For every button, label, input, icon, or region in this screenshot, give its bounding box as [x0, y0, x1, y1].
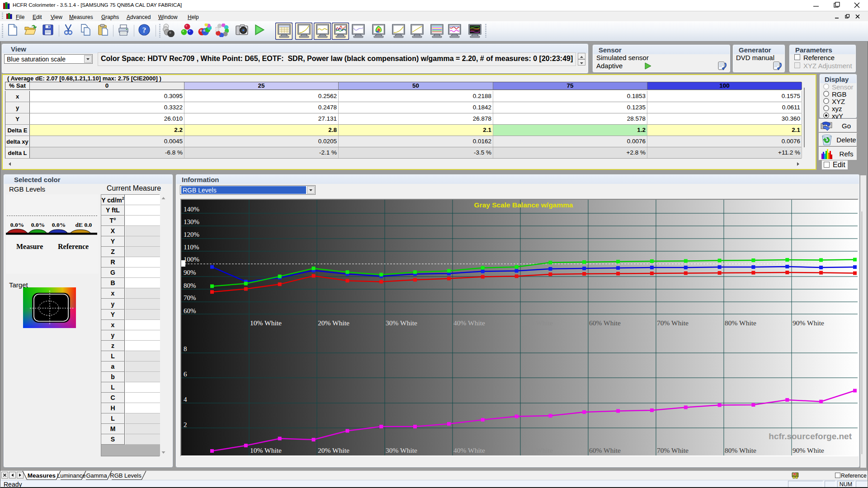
svg-text:?: ?: [142, 26, 146, 34]
svg-text:Gray Scale Balance w/gamma: Gray Scale Balance w/gamma: [474, 201, 573, 209]
svg-text:6: 6: [184, 371, 187, 378]
svg-text:80%: 80%: [184, 282, 196, 289]
svg-text:90% White: 90% White: [793, 319, 824, 327]
svg-text:40% White: 40% White: [453, 446, 485, 454]
svg-text:2: 2: [184, 421, 187, 428]
svg-text:120%: 120%: [184, 231, 199, 238]
svg-text:hcfr.sourceforge.net: hcfr.sourceforge.net: [769, 432, 852, 441]
svg-text:70% White: 70% White: [657, 319, 689, 327]
svg-text:90%: 90%: [184, 269, 196, 276]
svg-text:110%: 110%: [184, 244, 199, 251]
svg-text:20% White: 20% White: [318, 446, 349, 454]
svg-text:8: 8: [184, 345, 187, 352]
svg-text:dE 0.0: dE 0.0: [75, 222, 92, 228]
svg-text:100%: 100%: [184, 256, 199, 263]
svg-text:10% White: 10% White: [250, 446, 282, 454]
svg-text:10% White: 10% White: [250, 319, 282, 327]
svg-text:70%: 70%: [184, 294, 196, 301]
svg-text:60% White: 60% White: [589, 446, 621, 454]
svg-text:50% White: 50% White: [521, 446, 553, 454]
svg-text:4: 4: [184, 396, 187, 403]
svg-text:0.0%: 0.0%: [10, 222, 24, 228]
svg-text:70% White: 70% White: [657, 446, 689, 454]
svg-text:40% White: 40% White: [453, 319, 485, 327]
svg-text:140%: 140%: [184, 206, 199, 213]
svg-text:60%: 60%: [184, 307, 196, 314]
svg-text:30% White: 30% White: [386, 446, 417, 454]
svg-text:60% White: 60% White: [589, 319, 621, 327]
svg-text:30% White: 30% White: [386, 319, 417, 327]
svg-text:20% White: 20% White: [318, 319, 349, 327]
svg-text:0.0%: 0.0%: [52, 222, 66, 228]
svg-text:90% White: 90% White: [793, 446, 824, 454]
svg-text:130%: 130%: [184, 218, 199, 225]
svg-text:50% White: 50% White: [521, 319, 553, 327]
svg-text:80% White: 80% White: [725, 446, 756, 454]
svg-text:0.0%: 0.0%: [31, 222, 45, 228]
svg-text:80% White: 80% White: [725, 319, 756, 327]
